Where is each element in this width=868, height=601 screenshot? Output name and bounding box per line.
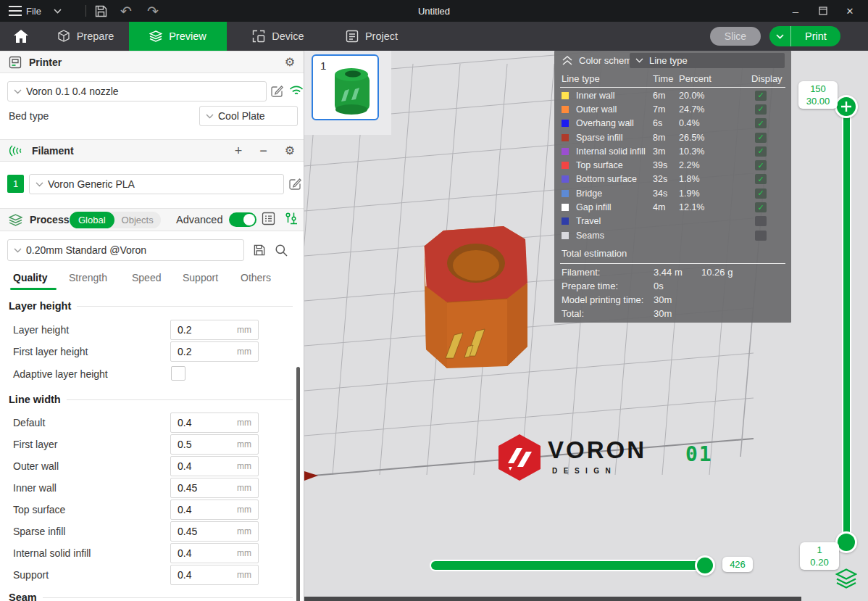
chevron-down-icon bbox=[36, 182, 43, 187]
add-filament-icon[interactable]: + bbox=[235, 144, 243, 157]
totals-title: Total estimation bbox=[562, 248, 627, 259]
process-preset-dropdown[interactable]: 0.20mm Standard @Voron bbox=[7, 239, 244, 261]
segment-global[interactable]: Global bbox=[70, 212, 114, 228]
color-chip bbox=[562, 92, 569, 99]
col-time: Time bbox=[653, 73, 673, 84]
edit-printer-icon[interactable] bbox=[271, 85, 283, 97]
sliced-model[interactable] bbox=[424, 226, 527, 368]
line-width-sparse-infill-input[interactable]: 0.45mm bbox=[170, 521, 259, 542]
legend-row: Sparse infill8m26.5%✓ bbox=[554, 130, 791, 144]
global-objects-segmented-control[interactable]: Global Objects bbox=[70, 212, 161, 228]
layer-slider-top-handle[interactable] bbox=[835, 95, 858, 118]
tab-preview[interactable]: Preview bbox=[129, 22, 227, 51]
first-layer-height-input[interactable]: 0.2mm bbox=[170, 341, 259, 362]
line-width-internal-solid-infill-input[interactable]: 0.4mm bbox=[170, 543, 259, 563]
tab-project[interactable]: Project bbox=[332, 22, 412, 51]
tab-others[interactable]: Others bbox=[241, 272, 271, 283]
layer-slider-top-tooltip: 150 30.00 bbox=[798, 81, 838, 109]
wifi-icon[interactable] bbox=[289, 85, 304, 96]
display-checkbox[interactable]: ✓ bbox=[755, 174, 767, 184]
tab-device[interactable]: Device bbox=[239, 22, 317, 51]
printer-icon bbox=[9, 56, 22, 69]
display-checkbox[interactable]: ✓ bbox=[755, 160, 767, 170]
filament-settings-gear-icon[interactable]: ⚙ bbox=[285, 145, 295, 157]
color-chip bbox=[562, 106, 569, 113]
printer-section-header: Printer ⚙ bbox=[0, 51, 304, 73]
legend-row: Outer wall7m24.7%✓ bbox=[554, 102, 791, 116]
tab-prepare[interactable]: Prepare bbox=[45, 22, 126, 51]
display-checkbox[interactable]: ✓ bbox=[755, 118, 767, 128]
line-width-top-surface-input[interactable]: 0.4mm bbox=[170, 500, 259, 520]
line-width-support-input[interactable]: 0.4mm bbox=[170, 565, 259, 585]
printer-settings-gear-icon[interactable]: ⚙ bbox=[285, 57, 295, 68]
color-chip bbox=[562, 148, 569, 155]
process-layers-icon bbox=[9, 214, 22, 226]
line-width-first-layer-input[interactable]: 0.5mm bbox=[170, 434, 259, 455]
legend-row: Gap infill4m12.1%✓ bbox=[554, 200, 791, 214]
display-checkbox[interactable]: ✓ bbox=[755, 188, 767, 199]
plate-brand-text: VORON bbox=[548, 436, 646, 464]
plus-icon bbox=[840, 101, 852, 112]
display-checkbox[interactable] bbox=[755, 231, 767, 241]
legend-row: Seams bbox=[554, 228, 791, 242]
save-preset-icon[interactable] bbox=[253, 244, 266, 257]
tab-support[interactable]: Support bbox=[183, 272, 218, 283]
col-percent: Percent bbox=[679, 73, 711, 84]
color-chip bbox=[562, 232, 569, 239]
side-panel: Printer ⚙ Voron 0.1 0.4 nozzle Bed type … bbox=[0, 51, 304, 601]
line-width-default-input[interactable]: 0.4mm bbox=[170, 413, 259, 433]
window-close-button[interactable]: ✕ bbox=[838, 0, 862, 22]
layer-slider-track[interactable] bbox=[843, 107, 850, 542]
filament-section-header: Filament + − ⚙ bbox=[0, 139, 304, 162]
print-button[interactable]: Print bbox=[769, 26, 840, 46]
adaptive-layer-height-checkbox[interactable] bbox=[171, 366, 185, 381]
display-checkbox[interactable]: ✓ bbox=[755, 202, 767, 212]
search-icon[interactable] bbox=[275, 244, 288, 257]
panel-scrollbar[interactable] bbox=[296, 367, 300, 601]
plate-thumbnail[interactable]: 1 bbox=[312, 54, 379, 120]
group-title-line-width: Line width bbox=[9, 394, 293, 405]
legend-panel: Color scheme Line type Line type Time Pe… bbox=[554, 51, 791, 323]
chevron-down-icon bbox=[14, 89, 22, 94]
bed-type-dropdown[interactable]: Cool Plate bbox=[199, 106, 298, 126]
collapse-panel-icon[interactable] bbox=[562, 56, 573, 65]
remove-filament-icon[interactable]: − bbox=[259, 144, 267, 157]
tab-strength[interactable]: Strength bbox=[69, 272, 107, 283]
bottom-edge-strip bbox=[304, 597, 801, 601]
display-checkbox[interactable]: ✓ bbox=[755, 91, 767, 101]
print-options-chevron-icon[interactable] bbox=[769, 26, 791, 46]
home-button[interactable] bbox=[4, 22, 38, 51]
line-width-inner-wall-input[interactable]: 0.45mm bbox=[170, 478, 259, 498]
display-checkbox[interactable]: ✓ bbox=[755, 146, 767, 157]
layer-slider-bottom-tooltip: 1 0.20 bbox=[800, 542, 839, 570]
parameter-list-icon[interactable] bbox=[262, 212, 275, 225]
edit-filament-icon[interactable] bbox=[289, 178, 301, 190]
window-maximize-button[interactable] bbox=[811, 0, 835, 22]
process-section-title: Process bbox=[30, 214, 69, 225]
legend-row: Overhang wall6s0.4%✓ bbox=[554, 117, 791, 130]
filament-slot-badge[interactable]: 1 bbox=[7, 175, 24, 193]
step-slider-handle[interactable] bbox=[695, 555, 715, 576]
legend-row: Travel bbox=[554, 215, 791, 228]
advanced-toggle[interactable] bbox=[229, 212, 256, 227]
line-width-outer-wall-input[interactable]: 0.4mm bbox=[170, 456, 259, 476]
filament-preset-dropdown[interactable]: Voron Generic PLA bbox=[29, 174, 284, 194]
display-checkbox[interactable] bbox=[755, 216, 767, 226]
tab-speed[interactable]: Speed bbox=[132, 272, 161, 283]
printer-preset-dropdown[interactable]: Voron 0.1 0.4 nozzle bbox=[7, 81, 267, 101]
thumbnail-model-image bbox=[325, 60, 377, 117]
view-mode-dropdown[interactable]: Line type bbox=[630, 53, 785, 68]
layer-height-input[interactable]: 0.2mm bbox=[170, 320, 259, 340]
slice-button[interactable]: Slice bbox=[710, 27, 761, 46]
tune-parameters-icon[interactable] bbox=[284, 212, 299, 225]
window-minimize-button[interactable]: – bbox=[783, 0, 808, 22]
step-slider-track[interactable] bbox=[431, 561, 714, 570]
color-chip bbox=[562, 175, 569, 183]
filament-section-title: Filament bbox=[32, 145, 74, 157]
layers-view-icon[interactable] bbox=[835, 568, 857, 589]
segment-objects[interactable]: Objects bbox=[114, 215, 161, 225]
display-checkbox[interactable]: ✓ bbox=[755, 133, 767, 143]
tab-quality[interactable]: Quality bbox=[13, 272, 47, 283]
display-checkbox[interactable]: ✓ bbox=[755, 104, 767, 115]
filament-coil-icon bbox=[9, 144, 25, 157]
